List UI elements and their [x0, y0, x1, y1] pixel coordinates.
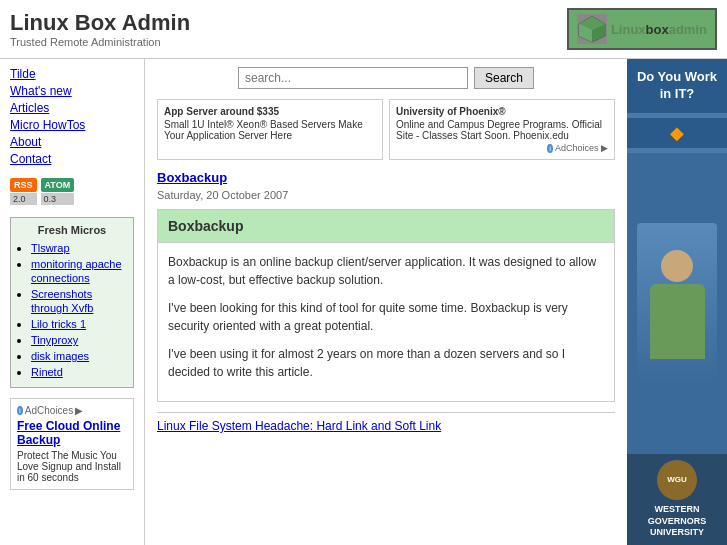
nav-links: Tilde What's new Articles Micro HowTos A… — [10, 67, 134, 166]
ad-1-description: Small 1U Intel® Xeon® Based Servers Make… — [164, 119, 376, 141]
ad-block-1: App Server around $335 Small 1U Intel® X… — [157, 99, 383, 160]
search-bar: Search — [157, 67, 615, 89]
logo-image: Linuxboxadmin — [567, 8, 717, 50]
sidebar-ad-title[interactable]: Free Cloud Online Backup — [17, 419, 127, 447]
ad-1-title[interactable]: App Server around $335 — [164, 106, 376, 117]
person-image — [637, 223, 717, 383]
atom-badge[interactable]: ATOM 0.3 — [41, 178, 75, 205]
nav-contact[interactable]: Contact — [10, 152, 134, 166]
main-layout: Tilde What's new Articles Micro HowTos A… — [0, 59, 727, 545]
logo-cube-icon — [577, 14, 607, 44]
rss-badges: RSS 2.0 ATOM 0.3 — [10, 178, 134, 205]
list-item: disk images — [31, 349, 127, 363]
right-ad-bottom: WGU WESTERN GOVERNORS UNIVERSITY — [627, 454, 727, 545]
ad-choices-small-label: AdChoices ▶ — [555, 143, 608, 153]
rss-label: RSS — [10, 178, 37, 192]
logo-text: Linuxboxadmin — [611, 22, 707, 37]
ad-2-description: Online and Campus Degree Programs. Offic… — [396, 119, 608, 141]
micro-item-6[interactable]: disk images — [31, 350, 89, 362]
ad-2-title[interactable]: University of Phoenix® — [396, 106, 608, 117]
ad-choices-small-icon: i — [547, 144, 553, 153]
nav-whats-new[interactable]: What's new — [10, 84, 134, 98]
atom-version: 0.3 — [41, 193, 75, 205]
next-article-link[interactable]: Linux File System Headache: Hard Link an… — [157, 412, 615, 433]
search-input[interactable] — [238, 67, 468, 89]
right-sidebar: Do You Work in IT? ◆ WGU WESTERN GOVERNO… — [627, 59, 727, 545]
ad-choices-label: AdChoices — [25, 405, 73, 416]
list-item: Screenshots through Xvfb — [31, 287, 127, 315]
article-title[interactable]: Boxbackup — [157, 170, 615, 185]
university-badge: WGU — [657, 460, 697, 500]
ad-block-2: University of Phoenix® Online and Campus… — [389, 99, 615, 160]
micro-item-5[interactable]: Tinyproxy — [31, 334, 78, 346]
uni-badge-label: WGU — [667, 475, 687, 484]
search-button[interactable]: Search — [474, 67, 534, 89]
micro-item-3[interactable]: Screenshots through Xvfb — [31, 288, 93, 314]
person-body-shape — [650, 284, 705, 359]
article-box-header: Boxbackup — [158, 210, 614, 243]
article-paragraph-1: Boxbackup is an online backup client/ser… — [168, 253, 604, 289]
rss-badge[interactable]: RSS 2.0 — [10, 178, 37, 205]
right-ad-top: Do You Work in IT? — [627, 59, 727, 113]
micro-item-1[interactable]: Tlswrap — [31, 242, 70, 254]
article-date: Saturday, 20 October 2007 — [157, 189, 615, 201]
article-paragraph-2: I've been looking for this kind of tool … — [168, 299, 604, 335]
person-head-shape — [661, 250, 693, 282]
list-item: Lilo tricks 1 — [31, 317, 127, 331]
logo-container: Linuxboxadmin — [567, 8, 717, 50]
sidebar-advertisement: i AdChoices ▶ Free Cloud Online Backup P… — [10, 398, 134, 490]
site-branding: Linux Box Admin Trusted Remote Administr… — [10, 10, 190, 48]
article-paragraph-3: I've been using it for almost 2 years on… — [168, 345, 604, 381]
list-item: monitoring apache connections — [31, 257, 127, 285]
nav-articles[interactable]: Articles — [10, 101, 134, 115]
article-box: Boxbackup Boxbackup is an online backup … — [157, 209, 615, 402]
atom-label: ATOM — [41, 178, 75, 192]
fresh-micros-section: Fresh Micros Tlswrap monitoring apache c… — [10, 217, 134, 388]
page-header: Linux Box Admin Trusted Remote Administr… — [0, 0, 727, 59]
article-box-content: Boxbackup is an online backup client/ser… — [158, 243, 614, 401]
ad-choices-small: i AdChoices ▶ — [396, 143, 608, 153]
sidebar-ad-description: Protect The Music You Love Signup and In… — [17, 450, 127, 483]
site-title: Linux Box Admin — [10, 10, 190, 36]
nav-tilde[interactable]: Tilde — [10, 67, 134, 81]
micro-item-7[interactable]: Rinetd — [31, 366, 63, 378]
list-item: Rinetd — [31, 365, 127, 379]
rss-version: 2.0 — [10, 193, 37, 205]
ad-choices-arrow: ▶ — [75, 405, 83, 416]
logo-linux: Linux — [611, 22, 646, 37]
nav-micro-howtos[interactable]: Micro HowTos — [10, 118, 134, 132]
ad-choices-icon: i — [17, 406, 23, 415]
fresh-micros-list: Tlswrap monitoring apache connections Sc… — [17, 241, 127, 379]
main-content: Search App Server around $335 Small 1U I… — [145, 59, 627, 545]
fresh-micros-title: Fresh Micros — [17, 224, 127, 236]
list-item: Tlswrap — [31, 241, 127, 255]
sidebar-ad-choices: i AdChoices ▶ — [17, 405, 127, 416]
university-name: WESTERN GOVERNORS UNIVERSITY — [631, 504, 723, 539]
micro-item-4[interactable]: Lilo tricks 1 — [31, 318, 86, 330]
logo-admin: admin — [669, 22, 707, 37]
micro-item-2[interactable]: monitoring apache connections — [31, 258, 122, 284]
right-ad-person — [627, 153, 727, 454]
right-ad-line1: Do You Work — [635, 69, 719, 86]
nav-about[interactable]: About — [10, 135, 134, 149]
list-item: Tinyproxy — [31, 333, 127, 347]
site-subtitle: Trusted Remote Administration — [10, 36, 190, 48]
ads-row: App Server around $335 Small 1U Intel® X… — [157, 99, 615, 160]
sidebar: Tilde What's new Articles Micro HowTos A… — [0, 59, 145, 545]
logo-box: box — [646, 22, 669, 37]
right-ad-line2: in IT? — [635, 86, 719, 103]
diamond-icon: ◆ — [627, 118, 727, 148]
